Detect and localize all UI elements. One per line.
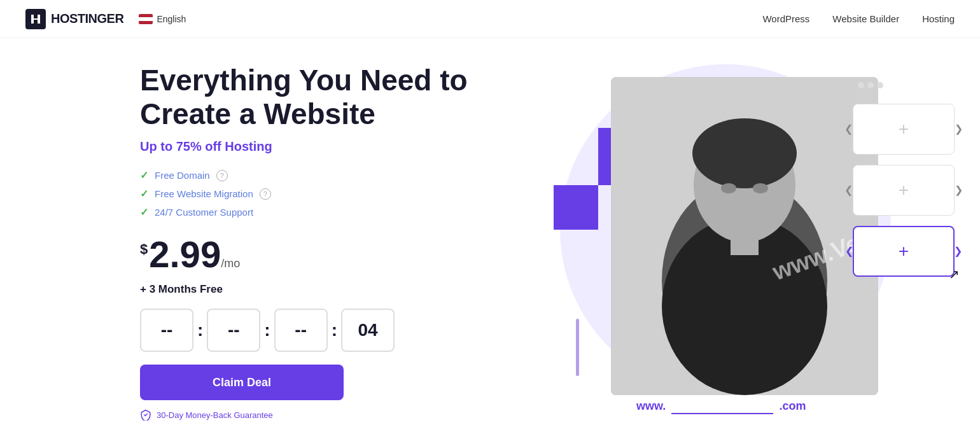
countdown-minutes: -- — [207, 309, 260, 352]
panel-3-plus-icon: + — [899, 241, 909, 261]
months-free-label: + 3 Months Free — [140, 283, 496, 296]
check-icon-migration: ✓ — [140, 188, 148, 200]
cursor-icon: ↗ — [949, 267, 960, 282]
main-content: Everything You Need to Create a Website … — [0, 38, 980, 446]
builder-panel-wrapper-1: ❮ + ❯ — [853, 96, 955, 155]
features-list: ✓ Free Domain ? ✓ Free Website Migration… — [140, 169, 496, 218]
language-label: English — [157, 14, 186, 24]
price-value: 2.99 — [149, 236, 221, 273]
domain-bar: www. .com — [636, 400, 806, 414]
subtitle-prefix: Up to — [140, 139, 176, 153]
hero-subtitle: Up to 75% off Hosting — [140, 139, 496, 154]
person-image: www.Veld — [611, 77, 878, 395]
panel-2-chevron-right[interactable]: ❯ — [955, 184, 963, 196]
hero-visual: www.Veld ❮ + ❯ ❮ + — [535, 58, 955, 427]
hero-title: Everything You Need to Create a Website — [140, 64, 496, 131]
claim-deal-button[interactable]: Claim Deal — [140, 365, 344, 400]
builder-panel-1[interactable]: ❮ + ❯ — [853, 104, 955, 155]
countdown-centiseconds: 04 — [341, 309, 395, 352]
builder-panel-wrapper-3: ❮ + ❯ ↗ — [853, 226, 955, 277]
feature-label-migration: Free Website Migration — [155, 188, 253, 199]
panel-1-plus-icon: + — [899, 119, 909, 139]
domain-suffix: .com — [779, 400, 806, 412]
builder-panel-3[interactable]: ❮ + ❯ — [853, 226, 955, 277]
nav-links: WordPress Website Builder Hosting — [762, 13, 955, 25]
shield-icon — [140, 409, 151, 421]
countdown-sep-2: : — [260, 320, 274, 340]
price-display: $ 2.99 /mo — [140, 236, 240, 273]
countdown-timer: -- : -- : -- : 04 — [140, 309, 496, 352]
panel-1-chevron-right[interactable]: ❯ — [955, 123, 963, 135]
navbar: HOSTINGER English WordPress Website Buil… — [0, 0, 980, 38]
panel-3-chevron-left[interactable]: ❮ — [845, 245, 853, 257]
countdown-seconds: -- — [274, 309, 328, 352]
builder-panel-2[interactable]: ❮ + ❯ — [853, 165, 955, 216]
domain-input[interactable] — [671, 400, 773, 414]
domain-prefix: www. — [636, 400, 666, 412]
panel-2-plus-icon: + — [899, 180, 909, 200]
language-selector[interactable]: English — [139, 14, 186, 24]
info-icon-domain[interactable]: ? — [216, 170, 228, 181]
feature-item-support: ✓ 24/7 Customer Support — [140, 206, 496, 218]
panel-2-chevron-left[interactable]: ❮ — [844, 184, 853, 196]
nav-link-hosting[interactable]: Hosting — [922, 13, 955, 24]
panel-dots — [858, 82, 883, 88]
guarantee-badge: 30-Day Money-Back Guarantee — [140, 409, 496, 421]
nav-link-wordpress[interactable]: WordPress — [762, 13, 809, 24]
vert-bar-accent — [576, 319, 579, 376]
hero-section: Everything You Need to Create a Website … — [140, 64, 496, 421]
feature-label-support: 24/7 Customer Support — [155, 207, 253, 218]
deco-square-2 — [554, 185, 598, 230]
logo-icon — [25, 9, 46, 29]
countdown-sep-1: : — [193, 320, 207, 340]
panel-1-chevron-left[interactable]: ❮ — [844, 123, 853, 135]
logo-text: HOSTINGER — [51, 11, 123, 26]
price-dollar: $ — [140, 242, 148, 256]
feature-label-domain: Free Domain — [155, 170, 210, 181]
countdown-hours: -- — [140, 309, 193, 352]
price-block: $ 2.99 /mo — [140, 236, 496, 273]
subtitle-highlight: 75% off — [176, 139, 221, 153]
info-icon-migration[interactable]: ? — [260, 188, 271, 200]
nav-link-website-builder[interactable]: Website Builder — [832, 13, 899, 24]
builder-panels: ❮ + ❯ ❮ + ❯ ❮ + ❯ ↗ — [853, 96, 955, 277]
panel-3-chevron-right[interactable]: ❯ — [954, 245, 962, 257]
subtitle-suffix: Hosting — [221, 139, 272, 153]
svg-rect-5 — [731, 233, 759, 255]
flag-icon — [139, 14, 153, 24]
check-icon-domain: ✓ — [140, 169, 148, 181]
feature-item-migration: ✓ Free Website Migration ? — [140, 188, 496, 200]
price-period: /mo — [221, 258, 240, 269]
logo-link[interactable]: HOSTINGER — [25, 9, 123, 29]
svg-point-6 — [721, 183, 736, 193]
svg-point-7 — [753, 183, 768, 193]
countdown-sep-3: : — [328, 320, 341, 340]
feature-item-domain: ✓ Free Domain ? — [140, 169, 496, 181]
guarantee-text: 30-Day Money-Back Guarantee — [157, 410, 273, 420]
svg-point-4 — [692, 118, 797, 188]
check-icon-support: ✓ — [140, 206, 148, 218]
